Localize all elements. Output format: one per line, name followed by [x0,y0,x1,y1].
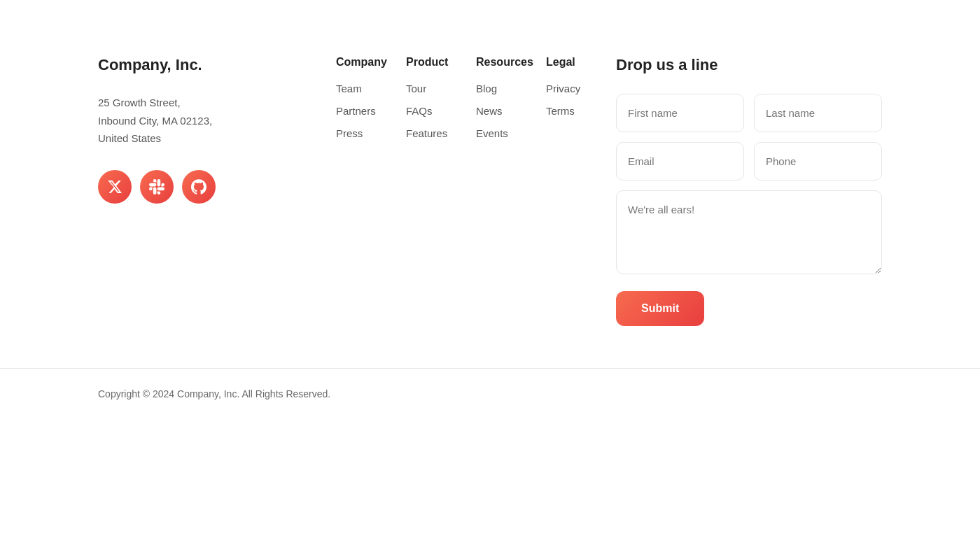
nav-company-press-link[interactable]: Press [336,127,363,139]
nav-resources-news-link[interactable]: News [476,105,503,117]
first-name-input[interactable] [616,94,744,132]
last-name-input[interactable] [754,94,882,132]
list-item: Events [476,127,546,140]
nav-col-legal: Legal Privacy Terms [546,56,616,326]
address-line2: Inbound City, MA 02123, [98,115,212,127]
nav-resources-heading: Resources [476,56,546,69]
email-input[interactable] [616,142,744,181]
nav-product-faqs-link[interactable]: FAQs [406,105,433,117]
nav-product-tour-link[interactable]: Tour [406,83,426,94]
list-item: Press [336,127,406,140]
list-item: News [476,105,546,118]
list-item: Team [336,83,406,95]
address-line3: United States [98,132,161,144]
name-row [616,94,882,132]
nav-legal-list: Privacy Terms [546,83,616,118]
nav-col-company: Company Team Partners Press [336,56,406,326]
nav-columns: Company Team Partners Press Product Tour… [294,56,616,326]
list-item: Features [406,127,476,140]
nav-resources-blog-link[interactable]: Blog [476,83,497,94]
twitter-social-link[interactable] [98,170,132,204]
contact-row [616,142,882,181]
list-item: FAQs [406,105,476,118]
message-textarea[interactable] [616,190,882,274]
list-item: Terms [546,105,616,118]
github-social-link[interactable] [182,170,216,204]
nav-product-list: Tour FAQs Features [406,83,476,140]
page-wrapper: Company, Inc. 25 Growth Street, Inbound … [0,0,980,419]
nav-legal-heading: Legal [546,56,616,69]
social-icons [98,170,294,204]
nav-resources-list: Blog News Events [476,83,546,140]
copyright-text: Copyright © 2024 Company, Inc. All Right… [98,388,882,399]
address-line1: 25 Growth Street, [98,97,181,108]
nav-company-heading: Company [336,56,406,69]
nav-col-resources: Resources Blog News Events [476,56,546,326]
nav-legal-privacy-link[interactable]: Privacy [546,83,580,94]
github-icon [191,179,206,194]
contact-form-section: Drop us a line Submit [616,56,882,326]
phone-input[interactable] [754,142,882,181]
list-item: Partners [336,105,406,118]
company-address: 25 Growth Street, Inbound City, MA 02123… [98,94,294,148]
x-icon [107,179,122,194]
company-name: Company, Inc. [98,56,294,74]
footer-main: Company, Inc. 25 Growth Street, Inbound … [0,0,980,368]
list-item: Blog [476,83,546,95]
nav-company-list: Team Partners Press [336,83,406,140]
nav-product-features-link[interactable]: Features [406,127,447,139]
slack-social-link[interactable] [140,170,174,204]
form-heading: Drop us a line [616,56,882,74]
nav-col-product: Product Tour FAQs Features [406,56,476,326]
nav-company-team-link[interactable]: Team [336,83,362,94]
list-item: Privacy [546,83,616,95]
nav-company-partners-link[interactable]: Partners [336,105,376,117]
submit-button[interactable]: Submit [616,291,704,326]
nav-legal-terms-link[interactable]: Terms [546,105,575,117]
slack-icon [149,179,164,194]
footer-bottom: Copyright © 2024 Company, Inc. All Right… [0,368,980,419]
company-info-column: Company, Inc. 25 Growth Street, Inbound … [98,56,294,326]
nav-product-heading: Product [406,56,476,69]
list-item: Tour [406,83,476,95]
nav-resources-events-link[interactable]: Events [476,127,508,139]
